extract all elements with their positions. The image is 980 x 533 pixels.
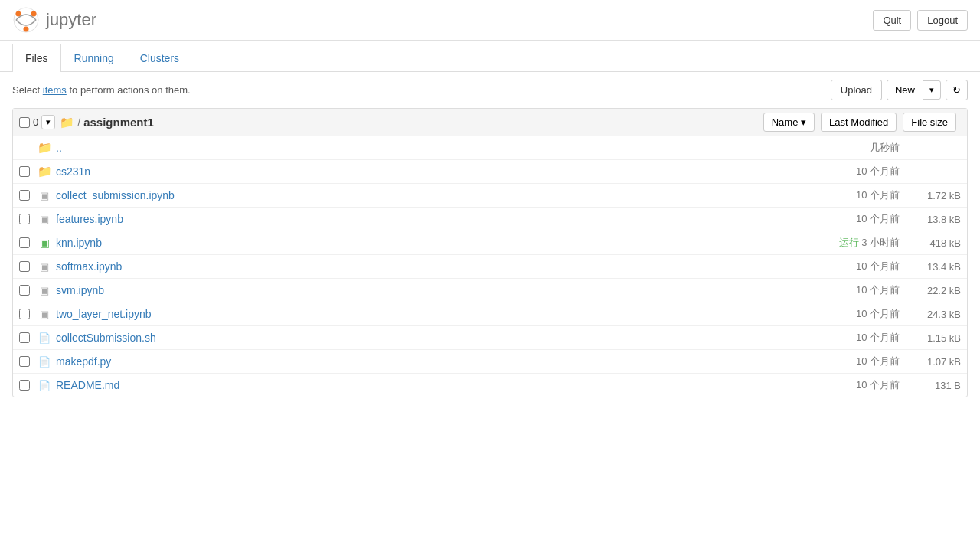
file-modified: 几秒前 (777, 141, 900, 155)
table-row: 📄collectSubmission.sh10 个月前1.15 kB (13, 326, 967, 350)
table-row: 📁cs231n10 个月前 (13, 160, 967, 184)
new-button-group: New ▾ (887, 80, 941, 100)
file-checkbox[interactable] (19, 190, 30, 201)
quit-button[interactable]: Quit (873, 10, 911, 31)
logo: jupyter (12, 6, 96, 34)
file-modified: 10 个月前 (777, 283, 900, 297)
upload-button[interactable]: Upload (831, 80, 882, 100)
table-row: 📄makepdf.py10 个月前1.07 kB (13, 350, 967, 374)
toolbar-right: Upload New ▾ ↻ (831, 80, 968, 100)
file-modified: 10 个月前 (777, 378, 900, 392)
file-checkbox[interactable] (19, 332, 30, 343)
new-button[interactable]: New (887, 80, 923, 100)
toolbar-select-text: Select items to perform actions on them. (12, 84, 191, 96)
logout-button[interactable]: Logout (917, 10, 968, 31)
file-browser-header: 0 ▾ 📁 / assignment1 Name ▾ Last Modified… (13, 109, 967, 136)
tabs: Files Running Clusters (0, 44, 980, 72)
file-name-link[interactable]: collectSubmission.sh (56, 332, 777, 344)
tab-running[interactable]: Running (61, 44, 127, 72)
file-checkbox[interactable] (19, 214, 30, 224)
folder-icon: 📁 (38, 141, 51, 155)
table-row: ▣knn.ipynb 运行 3 小时前 418 kB (13, 231, 967, 255)
file-modified: 运行 3 小时前 (777, 236, 900, 250)
file-modified: 10 个月前 (777, 212, 900, 226)
select-all-area: 0 ▾ (19, 115, 55, 129)
breadcrumb-folder-icon: 📁 (60, 116, 74, 129)
logo-text: jupyter (46, 10, 96, 30)
sort-buttons: Name ▾ Last Modified File size (763, 113, 961, 132)
select-all-checkbox[interactable] (19, 117, 30, 128)
file-icon: 📄 (38, 380, 51, 391)
file-size: 1.72 kB (900, 190, 961, 201)
sort-name-button[interactable]: Name ▾ (763, 113, 815, 132)
table-row: ▣features.ipynb10 个月前13.8 kB (13, 208, 967, 231)
item-count: 0 (33, 116, 38, 128)
table-row: 📁..几秒前 (13, 136, 967, 160)
notebook-icon: ▣ (38, 190, 51, 201)
file-checkbox[interactable] (19, 166, 30, 177)
file-modified: 10 个月前 (777, 307, 900, 321)
file-checkbox[interactable] (19, 261, 30, 272)
breadcrumb-area: 0 ▾ 📁 / assignment1 (19, 115, 763, 129)
folder-icon: 📁 (38, 165, 51, 178)
tab-clusters[interactable]: Clusters (127, 44, 192, 72)
file-name-link[interactable]: softmax.ipynb (56, 260, 777, 273)
file-name-link[interactable]: makepdf.py (56, 355, 777, 368)
refresh-button[interactable]: ↻ (946, 80, 968, 100)
notebook-icon: ▣ (38, 309, 51, 320)
toolbar: Select items to perform actions on them.… (0, 72, 980, 108)
notebook-icon: ▣ (38, 261, 51, 273)
file-list: 📁..几秒前📁cs231n10 个月前▣collect_submission.i… (13, 136, 967, 397)
new-dropdown-button[interactable]: ▾ (923, 80, 941, 100)
running-badge: 运行 (839, 237, 862, 248)
table-row: 📄README.md10 个月前131 B (13, 374, 967, 397)
file-size: 131 B (900, 380, 961, 391)
svg-point-1 (16, 11, 21, 17)
toolbar-select-items: items (43, 84, 67, 96)
file-modified: 10 个月前 (777, 331, 900, 345)
file-name-link[interactable]: README.md (56, 379, 777, 391)
notebook-icon: ▣ (38, 285, 51, 296)
breadcrumb-sep: / (77, 116, 80, 129)
svg-point-2 (31, 11, 37, 17)
file-checkbox[interactable] (19, 285, 30, 296)
jupyter-logo-icon (12, 6, 40, 34)
table-row: ▣two_layer_net.ipynb10 个月前24.3 kB (13, 302, 967, 326)
file-size: 418 kB (900, 237, 961, 249)
sort-modified-button[interactable]: Last Modified (821, 113, 897, 132)
file-size: 24.3 kB (900, 309, 961, 320)
file-checkbox[interactable] (19, 309, 30, 319)
header-buttons: Quit Logout (873, 10, 968, 31)
breadcrumb-current: assignment1 (83, 116, 154, 129)
file-checkbox[interactable] (19, 237, 30, 248)
file-size: 13.8 kB (900, 214, 961, 225)
file-icon: 📄 (38, 332, 51, 344)
file-name-link[interactable]: collect_submission.ipynb (56, 189, 777, 201)
table-row: ▣softmax.ipynb10 个月前13.4 kB (13, 255, 967, 279)
file-modified: 10 个月前 (777, 165, 900, 178)
breadcrumb: 📁 / assignment1 (60, 116, 154, 129)
file-name-link[interactable]: svm.ipynb (56, 284, 777, 296)
file-modified: 10 个月前 (777, 188, 900, 202)
file-name-link[interactable]: knn.ipynb (56, 237, 777, 249)
file-browser: 0 ▾ 📁 / assignment1 Name ▾ Last Modified… (12, 108, 968, 397)
file-modified: 10 个月前 (777, 355, 900, 368)
file-name-link[interactable]: cs231n (56, 165, 777, 178)
tab-files[interactable]: Files (12, 44, 61, 72)
sort-size-button[interactable]: File size (903, 113, 956, 132)
select-dropdown-button[interactable]: ▾ (41, 115, 55, 129)
file-name-link[interactable]: features.ipynb (56, 213, 777, 225)
file-size: 22.2 kB (900, 285, 961, 296)
file-size: 1.15 kB (900, 332, 961, 344)
file-name-link[interactable]: .. (56, 142, 777, 154)
notebook-running-icon: ▣ (38, 237, 51, 249)
notebook-icon: ▣ (38, 214, 51, 225)
file-modified: 10 个月前 (777, 260, 900, 273)
file-checkbox[interactable] (19, 356, 30, 367)
table-row: ▣collect_submission.ipynb10 个月前1.72 kB (13, 184, 967, 208)
file-size: 13.4 kB (900, 261, 961, 273)
file-checkbox[interactable] (19, 380, 30, 391)
file-icon: 📄 (38, 356, 51, 368)
file-name-link[interactable]: two_layer_net.ipynb (56, 308, 777, 320)
header: jupyter Quit Logout (0, 0, 980, 41)
